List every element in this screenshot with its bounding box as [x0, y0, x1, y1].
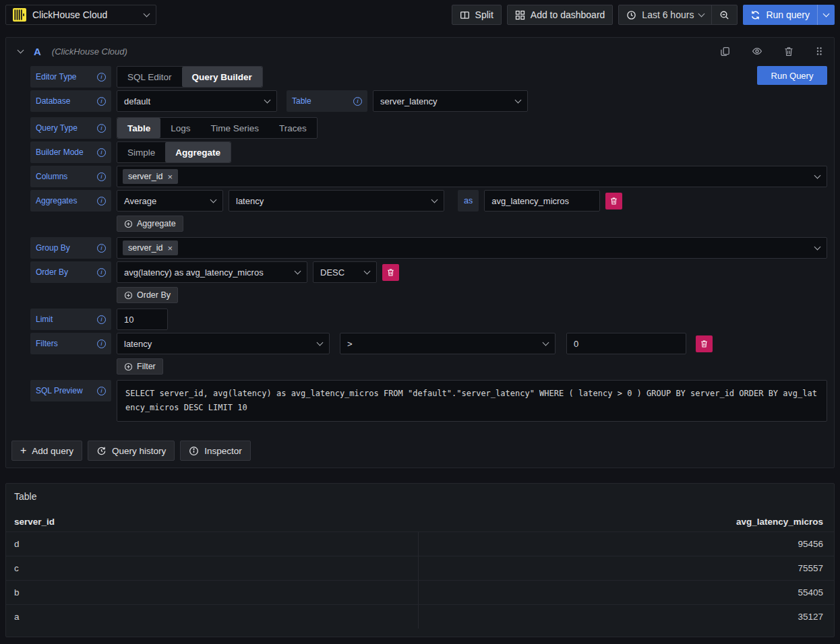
add-order-by-label: Order By: [137, 290, 171, 300]
limit-input[interactable]: 10: [117, 309, 168, 330]
cell-server-id: c: [6, 556, 419, 580]
run-query-options-caret[interactable]: [817, 5, 835, 25]
table-row: c 75557: [6, 556, 834, 580]
query-header: A (ClickHouse Cloud): [6, 38, 834, 65]
toolbar-actions: Split Add to dashboard Last 6 hours: [452, 5, 835, 25]
radio-aggregate[interactable]: Aggregate: [165, 142, 231, 162]
chevron-down-icon: [295, 268, 301, 275]
add-aggregate-button[interactable]: Aggregate: [117, 216, 183, 232]
order-by-field-select[interactable]: avg(latency) as avg_latency_micros: [117, 261, 307, 283]
aggregate-column-value: latency: [236, 196, 264, 206]
columns-multiselect[interactable]: server_id ×: [117, 166, 827, 187]
builder-mode-row: Builder Mode i Simple Aggregate: [30, 141, 827, 163]
zoom-out-time-button[interactable]: [711, 5, 737, 24]
info-icon[interactable]: i: [97, 315, 106, 324]
table-row: d 95456: [6, 532, 834, 556]
cell-avg-latency: 95456: [419, 532, 834, 556]
collapse-query-icon[interactable]: [18, 47, 24, 54]
query-ref-id[interactable]: A: [34, 46, 41, 57]
clickhouse-logo-icon: [13, 8, 26, 22]
info-icon[interactable]: i: [97, 340, 106, 348]
radio-traces[interactable]: Traces: [269, 118, 317, 138]
limit-value: 10: [124, 315, 133, 325]
limit-row: Limit i 10: [30, 309, 827, 330]
info-icon[interactable]: i: [97, 268, 106, 277]
filter-field-select[interactable]: latency: [117, 333, 330, 354]
filter-operator-value: >: [347, 339, 353, 349]
remove-filter-button[interactable]: [696, 335, 713, 352]
remove-order-by-button[interactable]: [382, 264, 399, 281]
info-icon[interactable]: i: [97, 197, 106, 205]
database-label: Database i: [30, 90, 111, 112]
order-by-direction-select[interactable]: DESC: [313, 261, 377, 283]
aggregate-function-value: Average: [124, 196, 156, 206]
info-icon[interactable]: i: [97, 73, 106, 82]
add-filter-subrow: Filter: [117, 358, 827, 375]
builder-mode-label-text: Builder Mode: [36, 148, 84, 157]
info-icon[interactable]: i: [97, 387, 106, 395]
time-range-label: Last 6 hours: [642, 9, 694, 20]
aggregate-column-select[interactable]: latency: [229, 190, 444, 212]
plus-icon: +: [20, 445, 26, 456]
info-icon[interactable]: i: [97, 124, 106, 133]
split-button[interactable]: Split: [452, 5, 502, 25]
group-by-row: Group By i server_id ×: [30, 237, 827, 259]
disable-query-button[interactable]: [752, 46, 762, 57]
filters-row: Filters i latency > 0: [30, 333, 827, 354]
aggregates-label: Aggregates i: [30, 190, 111, 212]
info-icon[interactable]: i: [97, 97, 106, 106]
radio-sql-editor[interactable]: SQL Editor: [117, 67, 182, 87]
filter-operator-select[interactable]: >: [340, 333, 556, 354]
info-icon[interactable]: i: [97, 148, 106, 157]
drag-handle[interactable]: [815, 46, 823, 57]
table-label-text: Table: [292, 96, 311, 106]
aggregate-alias-input[interactable]: avg_latency_micros: [484, 190, 600, 212]
radio-simple[interactable]: Simple: [117, 142, 165, 162]
query-history-button[interactable]: Query history: [88, 441, 175, 461]
panel-title: Table: [6, 490, 834, 502]
filter-value-input[interactable]: 0: [566, 333, 686, 354]
add-query-button[interactable]: + Add query: [11, 441, 82, 461]
radio-table[interactable]: Table: [117, 118, 160, 138]
add-to-dashboard-button[interactable]: Add to dashboard: [507, 5, 613, 25]
radio-query-builder[interactable]: Query Builder: [182, 67, 262, 87]
order-by-row: Order By i avg(latency) as avg_latency_m…: [30, 261, 827, 283]
eye-icon: [752, 46, 762, 57]
aggregate-function-select[interactable]: Average: [117, 190, 223, 212]
remove-query-button[interactable]: [784, 46, 793, 57]
sql-preview-row: SQL Preview i SELECT server_id, avg(late…: [30, 380, 827, 422]
chevron-down-icon: [431, 197, 438, 203]
datasource-name: ClickHouse Cloud: [32, 9, 107, 20]
radio-logs[interactable]: Logs: [160, 118, 200, 138]
limit-label-text: Limit: [36, 315, 53, 324]
duplicate-query-button[interactable]: [720, 46, 730, 57]
add-order-by-button[interactable]: Order By: [117, 287, 178, 303]
remove-aggregate-button[interactable]: [605, 193, 622, 210]
plus-circle-icon: [124, 291, 133, 300]
database-select[interactable]: default: [117, 90, 277, 112]
column-header-server-id[interactable]: server_id: [6, 517, 419, 527]
time-range-picker[interactable]: Last 6 hours: [619, 5, 711, 24]
cell-server-id: d: [6, 532, 419, 556]
run-query-button[interactable]: Run query: [743, 5, 817, 25]
datasource-picker[interactable]: ClickHouse Cloud: [5, 5, 156, 25]
table-select[interactable]: server_latency: [373, 90, 528, 112]
group-by-multiselect[interactable]: server_id ×: [117, 237, 827, 259]
editor-footer: + Add query Query history Inspector: [11, 441, 834, 461]
column-header-avg-latency-micros[interactable]: avg_latency_micros: [419, 517, 834, 527]
explore-toolbar: ClickHouse Cloud Split Add to dashboard …: [0, 0, 840, 30]
sql-preview-text: SELECT server_id, avg(latency) as avg_la…: [117, 380, 827, 422]
info-icon[interactable]: i: [97, 172, 106, 181]
close-icon[interactable]: ×: [167, 244, 173, 253]
radio-time-series[interactable]: Time Series: [201, 118, 270, 138]
table-row: b 55405: [6, 580, 834, 604]
info-icon[interactable]: i: [353, 97, 362, 106]
add-filter-button[interactable]: Filter: [117, 358, 163, 375]
zoom-out-icon: [719, 10, 729, 20]
run-query-inline-button[interactable]: Run Query: [757, 66, 827, 85]
inspector-button[interactable]: Inspector: [180, 441, 251, 461]
info-icon[interactable]: i: [97, 244, 106, 253]
query-editor-row: A (ClickHouse Cloud) Run Query: [5, 37, 835, 468]
aggregates-label-text: Aggregates: [36, 196, 77, 205]
close-icon[interactable]: ×: [167, 172, 173, 181]
